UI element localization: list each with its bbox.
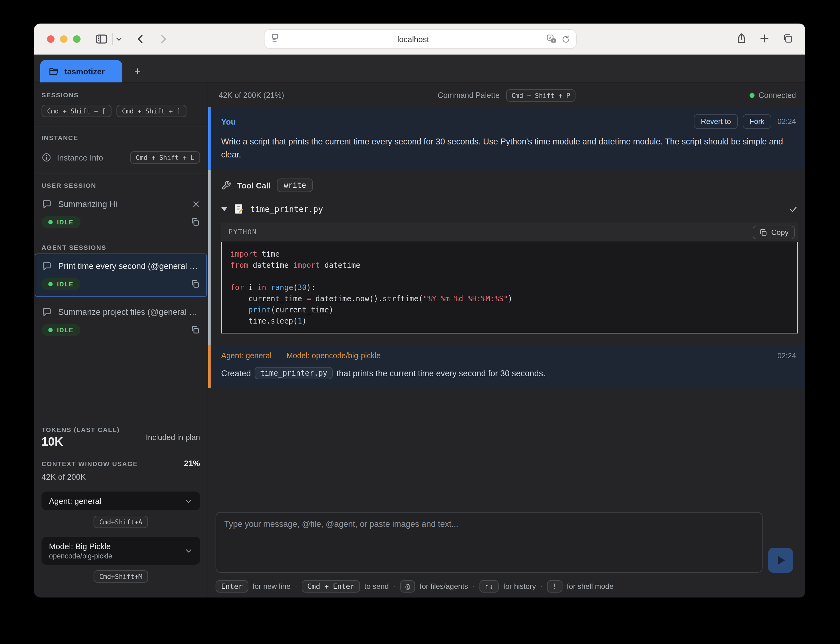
info-icon — [41, 153, 51, 163]
tab-title: tasmotizer — [64, 67, 105, 76]
chevron-down-icon[interactable] — [115, 35, 123, 43]
fork-button[interactable]: Fork — [743, 114, 771, 129]
svg-text:x: x — [553, 38, 554, 42]
next-session-shortcut: Cmd + Shift + ] — [116, 105, 187, 117]
instance-info-row[interactable]: Instance Info Cmd + Shift + L — [34, 151, 208, 164]
hint-text: for history — [503, 582, 536, 591]
forward-icon[interactable] — [157, 33, 169, 45]
zoom-window-button[interactable] — [73, 35, 80, 43]
chat-bubble-icon — [41, 307, 52, 317]
hint-separator: · — [295, 582, 297, 591]
play-icon — [778, 556, 785, 565]
browser-window: localhost Ax tasmotizer + — [34, 23, 805, 598]
sidebar-toggle-icon[interactable] — [95, 32, 108, 46]
copy-icon[interactable] — [190, 217, 200, 227]
tokens-note: Included in plan — [146, 433, 200, 442]
translate-icon[interactable]: Ax — [546, 34, 557, 44]
model-select-value: Model: Big Pickle — [49, 542, 113, 551]
collapse-triangle-icon[interactable] — [221, 207, 228, 211]
copy-code-button[interactable]: Copy — [753, 225, 795, 239]
tab-bar: tasmotizer + — [34, 54, 805, 83]
tab-overview-icon[interactable] — [782, 33, 794, 44]
model-select-shortcut: Cmd+Shift+M — [93, 570, 148, 583]
hint-text: for new line — [252, 582, 290, 591]
command-palette-label: Command Palette — [438, 91, 499, 100]
chevron-down-icon — [185, 547, 193, 555]
model-select[interactable]: Model: Big Pickle opencode/big-pickle — [41, 537, 200, 565]
agent-sessions-header: AGENT SESSIONS — [34, 243, 208, 251]
agent-sessions-list: Print time every second (@general su...I… — [34, 251, 208, 343]
tool-file-name: time_printer.py — [250, 204, 323, 214]
model-select-sub: opencode/big-pickle — [49, 552, 113, 560]
hint-separator: · — [472, 582, 475, 591]
sessions-header: SESSIONS — [34, 91, 208, 99]
tab-tasmotizer[interactable]: tasmotizer — [40, 60, 122, 82]
agent-select[interactable]: Agent: general — [41, 491, 200, 510]
address-bar[interactable]: localhost Ax — [265, 30, 576, 48]
agent-select-value: Agent: general — [49, 496, 101, 506]
status-label: IDLE — [57, 281, 74, 287]
hint-key: ! — [547, 580, 562, 593]
url-text[interactable]: localhost — [280, 34, 546, 44]
model-label: Model: opencode/big-pickle — [287, 352, 381, 360]
agent-select-shortcut: Cmd+Shift+A — [93, 516, 148, 528]
folder-icon — [48, 66, 59, 77]
reader-view-icon[interactable] — [270, 33, 280, 45]
revert-to-button[interactable]: Revert to — [694, 114, 738, 129]
session-title: Summarizing Hi — [58, 199, 186, 209]
tool-call-label: Tool Call — [237, 181, 271, 190]
memo-icon — [234, 204, 244, 214]
message-timestamp: 02:24 — [778, 352, 796, 360]
status-label: IDLE — [57, 326, 74, 333]
tokens-header: TOKENS (LAST CALL) — [41, 426, 120, 433]
wrench-icon — [221, 181, 231, 190]
hint-key: @ — [400, 580, 415, 593]
chevron-down-icon — [185, 497, 193, 505]
session-title: Print time every second (@general su... — [58, 261, 200, 271]
chat-bubble-icon — [41, 261, 52, 271]
back-icon[interactable] — [134, 33, 147, 45]
tool-name-chip: write — [277, 179, 313, 192]
agent-session-item[interactable]: Summarize project files (@general sub...… — [35, 299, 207, 343]
send-button[interactable] — [768, 548, 793, 573]
hint-text: for files/agents — [420, 582, 468, 591]
prev-session-shortcut: Cmd + Shift + [ — [41, 105, 111, 117]
user-message: You Revert to Fork 02:24 Write a script … — [208, 107, 805, 170]
traffic-lights — [47, 35, 80, 43]
code-line: current_time = datetime.now().strftime("… — [231, 293, 789, 304]
sidebar-divider — [34, 126, 208, 127]
code-line: time.sleep(1) — [231, 315, 789, 327]
code-line: from datetime import datetime — [231, 260, 789, 271]
idle-dot — [48, 328, 52, 332]
copy-icon[interactable] — [190, 279, 200, 289]
tool-file-row[interactable]: time_printer.py — [221, 202, 798, 216]
share-icon[interactable] — [735, 32, 748, 44]
command-palette-shortcut: Cmd + Shift + P — [506, 89, 576, 102]
new-tab-button[interactable]: + — [128, 61, 147, 81]
check-icon — [789, 204, 798, 214]
instance-header: INSTANCE — [34, 134, 208, 141]
hint-text: to send — [364, 582, 389, 591]
toolbar-divider — [112, 33, 113, 45]
copy-label: Copy — [771, 228, 789, 237]
copy-icon[interactable] — [190, 325, 200, 335]
context-usage-header: CONTEXT WINDOW USAGE — [41, 460, 138, 467]
user-session-item[interactable]: Summarizing Hi IDLE — [35, 192, 207, 235]
code-header-bar: PYTHON Copy — [221, 222, 798, 242]
chat-bubble-icon — [41, 199, 52, 209]
status-badge: IDLE — [41, 216, 80, 228]
close-window-button[interactable] — [47, 35, 54, 43]
agent-session-item[interactable]: Print time every second (@general su...I… — [35, 253, 207, 297]
idle-dot — [48, 282, 52, 286]
new-tab-icon[interactable] — [759, 33, 770, 44]
close-icon[interactable] — [192, 200, 200, 208]
message-input[interactable]: Type your message, @file, @agent, or pas… — [216, 512, 763, 573]
main-panel: 42K of 200K (21%) Command Palette Cmd + … — [208, 84, 805, 598]
code-line: for i in range(30): — [231, 282, 789, 293]
reload-icon[interactable] — [561, 34, 570, 44]
idle-dot — [48, 220, 52, 224]
browser-chrome: localhost Ax — [34, 23, 805, 54]
agent-text-suffix: that prints the current time every secon… — [337, 368, 545, 378]
hint-key: Cmd + Enter — [302, 580, 360, 593]
minimize-window-button[interactable] — [60, 35, 67, 43]
